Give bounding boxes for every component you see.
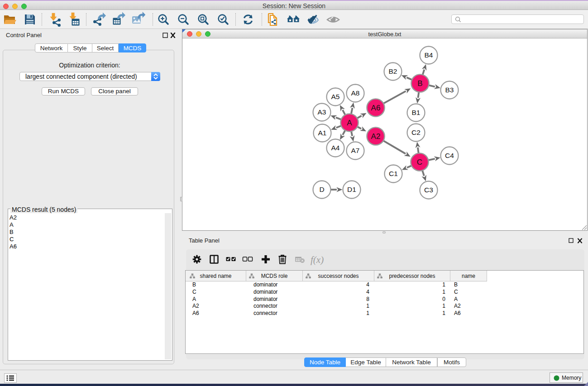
svg-text:C2: C2	[411, 129, 421, 136]
svg-text:A1: A1	[318, 129, 327, 137]
svg-text:B4: B4	[425, 51, 433, 59]
svg-text:C: C	[417, 158, 422, 167]
svg-text:C4: C4	[445, 152, 454, 159]
svg-text:C1: C1	[389, 170, 398, 177]
svg-text:A6: A6	[371, 104, 381, 112]
svg-text:B: B	[417, 79, 422, 88]
svg-text:C3: C3	[424, 186, 433, 194]
svg-text:B1: B1	[412, 109, 421, 116]
svg-text:D: D	[319, 186, 324, 193]
svg-text:A7: A7	[351, 147, 360, 154]
svg-text:A5: A5	[331, 93, 340, 100]
svg-text:A4: A4	[331, 144, 340, 152]
svg-text:D1: D1	[347, 186, 356, 193]
svg-text:A2: A2	[371, 132, 381, 141]
svg-text:A: A	[347, 119, 352, 127]
svg-text:A8: A8	[351, 89, 360, 97]
svg-text:A3: A3	[318, 108, 326, 116]
svg-text:B3: B3	[445, 86, 454, 94]
svg-text:B2: B2	[389, 67, 397, 75]
